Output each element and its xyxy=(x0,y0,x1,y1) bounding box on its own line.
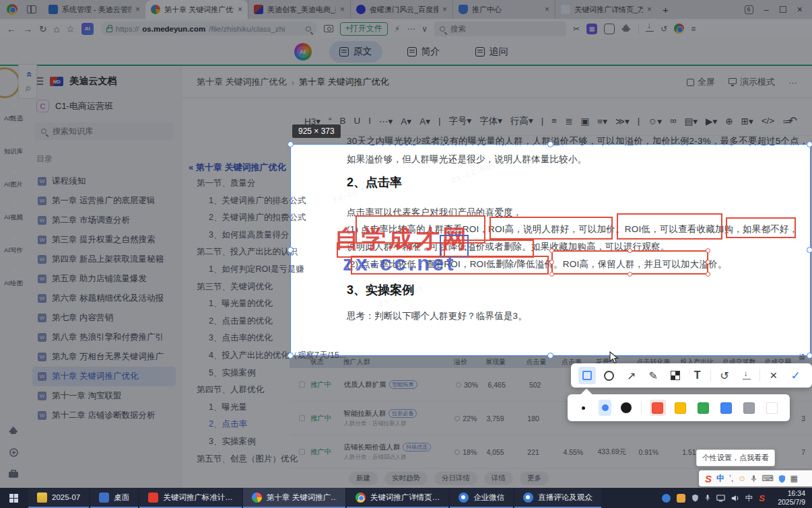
open-file-button[interactable]: +打开文件 xyxy=(340,22,388,36)
code-button[interactable]: </> xyxy=(762,116,775,126)
tray-wecom-icon[interactable] xyxy=(662,494,671,503)
indent-button[interactable]: ≫▾ xyxy=(615,116,630,126)
line-height-button[interactable]: 行高▾ xyxy=(510,115,533,127)
tray-display-icon[interactable] xyxy=(716,495,725,502)
tray-sogou-icon[interactable]: S xyxy=(759,493,765,503)
tab-count-badge[interactable]: 6 xyxy=(745,5,753,14)
tab-close-icon[interactable]: × xyxy=(238,5,242,14)
row-checkbox[interactable] xyxy=(299,415,305,421)
sidebar-doc-item[interactable]: W 第十章 关键词推广优化 xyxy=(32,367,176,386)
search-in-page-icon[interactable] xyxy=(306,26,311,32)
color-swatch[interactable] xyxy=(764,400,780,416)
align-button[interactable]: ≡▾ xyxy=(597,116,607,126)
checklist-button[interactable]: ▣ xyxy=(581,116,590,126)
arrow-tool[interactable]: ↗ xyxy=(623,367,640,384)
home-button[interactable]: ⌂ xyxy=(54,24,59,34)
emoji-button[interactable]: ☺▾ xyxy=(648,116,662,126)
browser-logo-icon[interactable] xyxy=(7,4,18,15)
color-swatch[interactable] xyxy=(741,400,757,416)
italic-button[interactable]: I xyxy=(368,116,371,126)
sidebar-doc-item[interactable]: W 第十二章 店铺诊断数据分析 xyxy=(32,406,176,425)
toc-item[interactable]: 1、曝光量的优化 xyxy=(182,295,290,313)
rail-item[interactable]: AI AI甄选 xyxy=(4,99,23,123)
selection-handle[interactable] xyxy=(807,353,812,359)
breadcrumb-parent[interactable]: 第十章 关键词推广优化 xyxy=(197,76,287,88)
font-size-button[interactable]: 字号▾ xyxy=(448,115,471,127)
browser-account-icon[interactable] xyxy=(674,24,684,34)
ellipse-tool[interactable] xyxy=(601,367,618,384)
table-button[interactable]: ⊞▾ xyxy=(741,116,753,126)
knowledge-search-box[interactable] xyxy=(35,122,173,140)
sidebar-doc-item[interactable]: W 第七章 内容营销 xyxy=(32,308,176,328)
more-text-button[interactable]: ⋯▾ xyxy=(379,116,393,126)
browser-tab[interactable]: 关键词推广详情页_万… × xyxy=(555,0,657,19)
bullet-list-button[interactable]: ≡ xyxy=(551,116,557,126)
stroke-medium-option[interactable] xyxy=(599,400,612,416)
taskbar-app-button[interactable]: 直播评论及观众 xyxy=(514,488,601,508)
taskbar-app-button[interactable]: 桌面 xyxy=(90,488,138,508)
selection-handle[interactable] xyxy=(547,141,553,147)
tray-mic-icon[interactable] xyxy=(705,494,710,502)
color-swatch[interactable] xyxy=(673,400,689,416)
stroke-large-option[interactable] xyxy=(619,400,633,416)
table-footer-button[interactable]: 更多 xyxy=(520,472,549,485)
sidebar-doc-item[interactable]: W 第六章 标题精细优化及活动报 xyxy=(32,289,176,308)
viewer-tab[interactable]: 原文 xyxy=(329,41,382,63)
tab-close-icon[interactable]: × xyxy=(442,5,447,14)
scissors-icon[interactable]: ✂ xyxy=(573,24,580,34)
toc-item[interactable]: 第一节、质量分 xyxy=(182,175,290,192)
widget-icon[interactable] xyxy=(9,447,19,458)
collapse-widget[interactable]: » ⚲ xyxy=(18,64,37,99)
sidebar-doc-item[interactable]: W 第三章 提升权重之自然搜索 xyxy=(32,230,176,250)
extension-white-icon[interactable] xyxy=(604,24,615,34)
text-tool[interactable]: T xyxy=(689,367,706,384)
table-footer-button[interactable]: 分日详情 xyxy=(434,472,477,485)
toc-item[interactable]: 2、关键词推广的扣费公式 xyxy=(182,209,290,227)
start-button[interactable] xyxy=(0,488,27,508)
color-swatch[interactable] xyxy=(696,400,712,416)
selection-handle[interactable] xyxy=(807,141,812,147)
toc-item[interactable]: 3、点击率的优化 xyxy=(182,330,290,347)
undo-tool[interactable]: ↺ xyxy=(716,367,733,384)
toc-item[interactable]: 4、投入产出比的优化（观察7天/15... xyxy=(182,347,290,365)
tray-app-icon[interactable] xyxy=(677,494,685,503)
reload-button[interactable]: ↻ xyxy=(39,24,47,34)
ai-assistant-icon[interactable]: AI xyxy=(294,43,312,61)
confirm-capture-button[interactable]: ✓ xyxy=(787,367,805,384)
divider[interactable]: | xyxy=(438,116,441,126)
browser-tab[interactable]: 第十章 关键词推广优化 × xyxy=(145,0,248,19)
sidebar-doc-item[interactable]: W 第四章 新品上架获取流量秘籍 xyxy=(32,250,176,269)
puzzle-extension-icon[interactable] xyxy=(621,24,632,34)
row-checkbox[interactable] xyxy=(299,449,305,455)
toc-item[interactable]: 1、如何判定ROI是亏是赚 xyxy=(182,261,290,279)
sidebar-doc-item[interactable]: W 课程须知 xyxy=(32,172,176,191)
extension-purple-icon[interactable]: ▦ xyxy=(586,24,597,34)
workspace-selector[interactable]: C C1-电商运营班 xyxy=(27,94,181,118)
font-color-button[interactable]: A▾ xyxy=(401,116,411,126)
ime-shield-icon[interactable] xyxy=(778,474,786,483)
divider[interactable]: | xyxy=(541,116,544,126)
highlight-button[interactable]: A▾ xyxy=(419,116,430,126)
toc-item[interactable]: 第三节、关键词优化 xyxy=(182,279,290,296)
taskbar-app-button[interactable]: 第十章 关键词推广… xyxy=(243,488,345,508)
tab-close-icon[interactable]: × xyxy=(545,5,549,14)
menu-icon[interactable]: ≡ xyxy=(691,24,696,34)
toc-item[interactable]: 5、实操案例 xyxy=(182,365,290,382)
puzzle-icon[interactable] xyxy=(9,426,19,436)
close-window-button[interactable]: × xyxy=(797,4,803,15)
browser-tab[interactable]: 俊曜澳门风云_百度搜索 × xyxy=(350,0,452,19)
rail-item[interactable]: AI AI图片 xyxy=(4,165,23,189)
attachment-button[interactable]: ⊕ xyxy=(725,116,733,126)
pin-icon[interactable]: ⚲ xyxy=(23,84,33,94)
save-download-tool[interactable] xyxy=(738,367,755,384)
selection-handle[interactable] xyxy=(287,247,294,253)
browser-tab[interactable]: 美迪创客_美迪电商_美… × xyxy=(248,0,350,19)
ime-grid-icon[interactable]: ▦ xyxy=(790,474,798,483)
ime-punct-icon[interactable]: ’, xyxy=(729,474,733,483)
undo-button[interactable]: ↶ xyxy=(788,114,797,127)
selection-handle[interactable] xyxy=(547,353,553,359)
ai-extension-icon[interactable]: AI xyxy=(81,23,94,35)
tab-close-icon[interactable]: × xyxy=(135,5,140,14)
font-family-button[interactable]: 字体▾ xyxy=(479,115,502,127)
tray-shield-icon[interactable] xyxy=(691,494,699,502)
